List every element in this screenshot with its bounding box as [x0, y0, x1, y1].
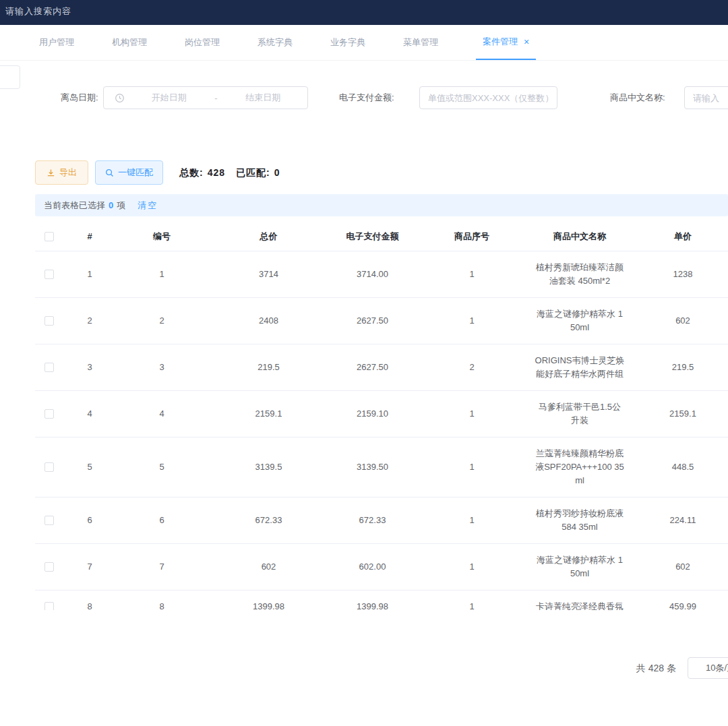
cell-unit: 602 — [630, 543, 728, 590]
summary-stats: 总数:428已匹配:0 — [179, 160, 284, 185]
selection-suffix: 项 — [117, 200, 125, 212]
row-checkbox-cell — [35, 297, 63, 344]
row-checkbox[interactable] — [44, 462, 54, 472]
cell-seq: 1 — [415, 390, 529, 437]
matched-value: 0 — [274, 167, 280, 178]
cell-index: 5 — [63, 437, 117, 497]
total-value: 428 — [208, 167, 225, 178]
cell-index: 2 — [63, 297, 117, 344]
cell-epay: 1399.98 — [330, 590, 415, 610]
column-header: 电子支付金额 — [330, 222, 415, 251]
cell-epay: 3139.50 — [330, 437, 415, 497]
cell-seq: 1 — [415, 590, 529, 610]
cell-epay: 2627.50 — [330, 297, 415, 344]
tab-item-4[interactable]: 业务字典 — [330, 25, 365, 60]
pagination: 共 428 条 10条/页 — [0, 657, 728, 679]
pagination-total: 共 428 条 — [636, 657, 676, 679]
cell-name: 植村秀新琥珀臻萃洁颜油套装 450ml*2 — [529, 251, 630, 297]
date-end-input[interactable]: 结束日期 — [219, 92, 307, 104]
row-checkbox[interactable] — [44, 409, 54, 419]
cell-name: 卡诗菁纯亮泽经典香氛 — [529, 590, 630, 610]
table-row: 66672.33672.331植村秀羽纱持妆粉底液 584 35ml224.11 — [35, 497, 728, 543]
cell-total: 672.33 — [207, 497, 330, 543]
tab-label: 案件管理 — [483, 36, 518, 48]
row-checkbox[interactable] — [44, 270, 54, 279]
tab-item-3[interactable]: 系统字典 — [257, 25, 293, 60]
tab-label: 系统字典 — [257, 36, 293, 49]
tab-label: 机构管理 — [112, 36, 147, 49]
table-row: 442159.12159.101马爹利蓝带干邑1.5公升装2159.1 — [35, 390, 728, 437]
cell-total: 219.5 — [207, 344, 330, 390]
tab-item-2[interactable]: 岗位管理 — [185, 25, 220, 60]
column-header: 商品中文名称 — [529, 222, 630, 251]
row-checkbox[interactable] — [44, 602, 54, 611]
clear-selection-link[interactable]: 清空 — [138, 200, 158, 212]
row-checkbox[interactable] — [44, 516, 54, 525]
cell-total: 602 — [207, 543, 330, 590]
tab-item-5[interactable]: 菜单管理 — [403, 25, 438, 60]
cell-code: 5 — [117, 437, 207, 497]
cell-index: 4 — [63, 390, 117, 437]
total-label: 总数: — [179, 167, 204, 178]
column-header: 编号 — [117, 222, 207, 251]
cell-epay: 2627.50 — [330, 344, 415, 390]
cell-code: 6 — [117, 497, 207, 543]
download-icon — [47, 169, 55, 177]
row-checkbox[interactable] — [44, 562, 54, 572]
selection-count: 0 — [109, 200, 113, 210]
row-checkbox[interactable] — [44, 316, 54, 326]
cell-code: 3 — [117, 344, 207, 390]
table-row: 553139.53139.501兰蔻菁纯臻颜精华粉底液SPF20PA+++100… — [35, 437, 728, 497]
search-icon — [105, 169, 114, 177]
global-search-input[interactable]: 请输入搜索内容 — [5, 5, 71, 18]
cell-code: 8 — [117, 590, 207, 610]
column-header: 单价 — [630, 222, 728, 251]
cell-total: 3714 — [207, 251, 330, 297]
date-range-picker[interactable]: 开始日期 - 结束日期 — [103, 86, 308, 109]
filter-row: 离岛日期: 开始日期 - 结束日期 电子支付金额: 商品中文名称: — [0, 86, 728, 110]
tab-label: 用户管理 — [39, 36, 74, 49]
cell-seq: 1 — [415, 543, 529, 590]
tab-label: 岗位管理 — [185, 36, 220, 49]
table-body: 1137143714.001植村秀新琥珀臻萃洁颜油套装 450ml*212382… — [35, 251, 728, 610]
matched-label: 已匹配: — [236, 167, 270, 178]
row-checkbox-cell — [35, 251, 63, 297]
table-row: 881399.981399.981卡诗菁纯亮泽经典香氛459.99 — [35, 590, 728, 610]
cell-name: 马爹利蓝带干邑1.5公升装 — [529, 390, 630, 437]
cell-seq: 1 — [415, 437, 529, 497]
tab-item-0[interactable]: 用户管理 — [39, 25, 74, 60]
export-button[interactable]: 导出 — [35, 160, 88, 185]
cell-name: 兰蔻菁纯臻颜精华粉底液SPF20PA+++100 35 ml — [529, 437, 630, 497]
cell-epay: 2159.10 — [330, 390, 415, 437]
select-all-checkbox[interactable] — [44, 232, 54, 241]
column-header: # — [63, 222, 117, 251]
cell-unit: 2159.1 — [630, 390, 728, 437]
tab-close-icon[interactable]: × — [524, 37, 529, 47]
table-row: 2224082627.501海蓝之谜修护精萃水 150ml602 — [35, 297, 728, 344]
page-size-select[interactable]: 10条/页 — [688, 657, 728, 679]
cell-total: 2408 — [207, 297, 330, 344]
cell-total: 3139.5 — [207, 437, 330, 497]
clock-icon — [115, 93, 125, 103]
cell-unit: 1238 — [630, 251, 728, 297]
cell-index: 8 — [63, 590, 117, 610]
one-click-match-button[interactable]: 一键匹配 — [95, 160, 163, 185]
cell-index: 7 — [63, 543, 117, 590]
product-name-filter-input[interactable] — [684, 86, 728, 109]
date-start-input[interactable]: 开始日期 — [125, 92, 213, 104]
cell-index: 6 — [63, 497, 117, 543]
tab-item-6[interactable]: 案件管理× — [476, 25, 536, 60]
cell-code: 2 — [117, 297, 207, 344]
amount-filter-input[interactable] — [419, 86, 557, 109]
cell-epay: 672.33 — [330, 497, 415, 543]
row-checkbox-cell — [35, 543, 63, 590]
cell-unit: 224.11 — [630, 497, 728, 543]
cell-seq: 1 — [415, 297, 529, 344]
date-filter-label: 离岛日期: — [61, 86, 98, 110]
table-row: 1137143714.001植村秀新琥珀臻萃洁颜油套装 450ml*21238 — [35, 251, 728, 297]
row-checkbox[interactable] — [44, 363, 54, 372]
tab-item-1[interactable]: 机构管理 — [112, 25, 147, 60]
header-checkbox-cell — [35, 222, 63, 251]
cell-code: 4 — [117, 390, 207, 437]
product-name-filter-label: 商品中文名称: — [610, 86, 665, 110]
